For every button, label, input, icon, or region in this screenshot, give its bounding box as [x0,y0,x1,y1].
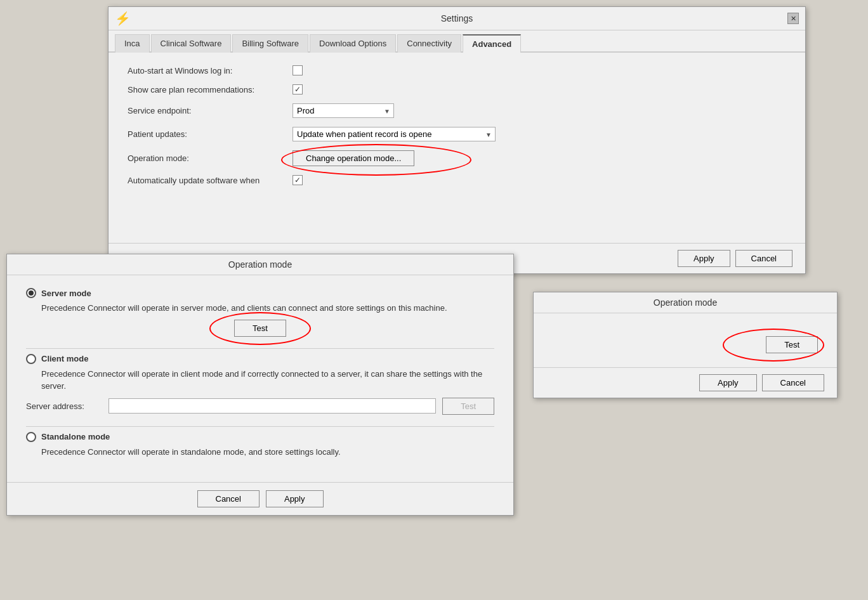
dialog2-cancel-button[interactable]: Cancel [762,374,824,391]
mode-divider-2 [26,426,494,427]
server-address-row: Server address: Test [26,398,494,415]
service-endpoint-dropdown[interactable]: Prod Test Dev [293,103,394,118]
operation-dialog-title: Operation mode [7,254,513,275]
app-icon: ⚡ [115,11,131,26]
close-button[interactable]: ✕ [787,13,799,24]
client-mode-label: Client mode [41,354,88,363]
autostart-label: Auto-start at Windows log in: [128,66,293,75]
tab-advanced[interactable]: Advanced [463,34,521,53]
tab-billing-software[interactable]: Billing Software [232,34,308,53]
operation-mode-row: Operation mode: Change operation mode... [128,150,786,166]
autostart-row: Auto-start at Windows log in: [128,65,786,75]
settings-content: Auto-start at Windows log in: Show care … [109,53,805,243]
dialog2-test-area: Test [553,336,818,353]
service-endpoint-label: Service endpoint: [128,106,293,115]
operation-mode-label: Operation mode: [128,153,293,163]
client-mode-description: Precedence Connector will operate in cli… [41,368,494,393]
server-mode-section: Server mode Precedence Connector will op… [26,288,494,337]
tab-connectivity[interactable]: Connectivity [397,34,461,53]
client-mode-section: Client mode Precedence Connector will op… [26,354,494,415]
window-title: Settings [441,13,473,23]
operation-dialog-2-title: Operation mode [534,292,837,313]
server-test-area: Test [26,320,494,337]
settings-cancel-button[interactable]: Cancel [735,250,792,267]
operation-dialog-footer: Cancel Apply [7,482,513,515]
tabs-row: Inca Clinical Software Billing Software … [109,33,805,53]
server-mode-radio-row: Server mode [26,288,494,298]
server-mode-description: Precedence Connector will operate in ser… [41,302,494,315]
operation-mode-control: Change operation mode... [293,150,414,166]
server-mode-label: Server mode [41,289,91,298]
careplan-row: Show care plan recommendations: [128,84,786,95]
server-address-label: Server address: [26,401,102,411]
patient-updates-dropdown[interactable]: Update when patient record is opene Manu… [293,127,496,141]
operation-mode-dialog-2: Operation mode Test Apply Cancel [533,292,838,398]
auto-update-checkbox[interactable] [293,175,303,185]
settings-apply-button[interactable]: Apply [678,250,730,267]
service-endpoint-control: Prod Test Dev ▼ [293,103,394,118]
standalone-mode-description: Precedence Connector will operate in sta… [41,446,494,459]
title-bar: ⚡ Settings ✕ [109,7,805,30]
tab-inca[interactable]: Inca [115,34,150,53]
autostart-checkbox[interactable] [293,65,303,75]
dialog2-apply-button[interactable]: Apply [699,374,757,391]
server-test-button[interactable]: Test [234,320,286,337]
tab-clinical-software[interactable]: Clinical Software [151,34,232,53]
operation-apply-button[interactable]: Apply [266,490,324,507]
title-bar-left: ⚡ [115,11,131,26]
tab-download-options[interactable]: Download Options [310,34,396,53]
auto-update-row: Automatically update software when [128,175,786,185]
operation-dialog-content: Server mode Precedence Connector will op… [7,275,513,482]
standalone-mode-label: Standalone mode [41,432,110,441]
patient-updates-row: Patient updates: Update when patient rec… [128,127,786,141]
mode-divider-1 [26,348,494,349]
service-endpoint-row: Service endpoint: Prod Test Dev ▼ [128,103,786,118]
standalone-mode-radio-row: Standalone mode [26,432,494,442]
operation-dialog-2-content: Test [534,313,837,367]
client-mode-radio[interactable] [26,354,36,364]
standalone-mode-radio[interactable] [26,432,36,442]
operation-dialog-2-footer: Apply Cancel [534,367,837,398]
careplan-label: Show care plan recommendations: [128,85,293,95]
client-mode-radio-row: Client mode [26,354,494,364]
server-address-input[interactable] [109,398,436,414]
operation-mode-dialog: Operation mode Server mode Precedence Co… [6,254,514,516]
patient-updates-label: Patient updates: [128,129,293,139]
client-test-button[interactable]: Test [442,398,494,415]
auto-update-label: Automatically update software when [128,176,293,185]
operation-cancel-button[interactable]: Cancel [197,490,260,507]
patient-updates-control: Update when patient record is opene Manu… [293,127,496,141]
autostart-control [293,65,303,75]
careplan-control [293,84,303,95]
standalone-mode-section: Standalone mode Precedence Connector wil… [26,432,494,459]
settings-window: ⚡ Settings ✕ Inca Clinical Software Bill… [108,6,806,274]
dialog2-test-button[interactable]: Test [766,336,818,353]
careplan-checkbox[interactable] [293,84,303,95]
auto-update-control [293,175,303,185]
server-mode-radio[interactable] [26,288,36,298]
change-operation-mode-button[interactable]: Change operation mode... [293,150,414,166]
